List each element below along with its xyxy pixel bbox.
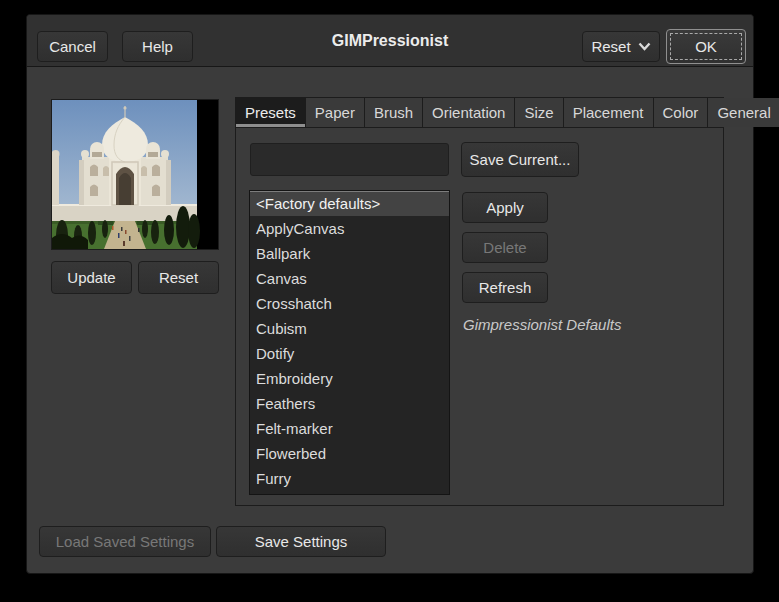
- reset-preview-button[interactable]: Reset: [138, 261, 219, 294]
- save-current-button[interactable]: Save Current...: [461, 142, 579, 177]
- tab-presets[interactable]: Presets: [236, 98, 306, 127]
- tab-brush[interactable]: Brush: [365, 98, 423, 127]
- update-preview-button[interactable]: Update: [51, 261, 132, 294]
- screen: Cancel Help GIMPressionist Reset OK: [0, 0, 779, 602]
- refresh-button[interactable]: Refresh: [462, 272, 548, 303]
- preset-name-input[interactable]: [250, 143, 449, 176]
- preset-list-item[interactable]: Ballpark: [250, 241, 449, 266]
- preset-list-item[interactable]: Flowerbed: [250, 441, 449, 466]
- header-bar: Cancel Help GIMPressionist Reset OK: [27, 15, 753, 67]
- preview-image: [52, 100, 218, 249]
- preset-list[interactable]: <Factory defaults> ApplyCanvas Ballpark …: [249, 190, 450, 495]
- preset-list-item[interactable]: Furry: [250, 466, 449, 491]
- cancel-button[interactable]: Cancel: [37, 31, 108, 62]
- tab-strip: Presets Paper Brush Orientation Size Pla…: [236, 98, 723, 128]
- tab-orientation[interactable]: Orientation: [423, 98, 515, 127]
- tab-general[interactable]: General: [708, 98, 779, 127]
- preset-list-item[interactable]: <Factory defaults>: [250, 191, 449, 216]
- tab-color[interactable]: Color: [654, 98, 709, 127]
- preset-list-item[interactable]: Dotify: [250, 341, 449, 366]
- preview-frame: [51, 99, 219, 250]
- preset-list-item[interactable]: Embroidery: [250, 366, 449, 391]
- preset-list-item[interactable]: Feathers: [250, 391, 449, 416]
- preset-list-item[interactable]: Felt-marker: [250, 416, 449, 441]
- load-saved-settings-button[interactable]: Load Saved Settings: [39, 526, 211, 557]
- chevron-down-icon: [638, 42, 651, 51]
- delete-button[interactable]: Delete: [462, 232, 548, 263]
- gimpressionist-dialog: Cancel Help GIMPressionist Reset OK: [26, 14, 754, 574]
- tab-placement[interactable]: Placement: [564, 98, 654, 127]
- help-button[interactable]: Help: [122, 31, 193, 62]
- tab-size[interactable]: Size: [515, 98, 563, 127]
- save-settings-button[interactable]: Save Settings: [216, 526, 386, 557]
- preset-description-label: Gimpressionist Defaults: [463, 316, 621, 333]
- settings-notebook: Presets Paper Brush Orientation Size Pla…: [235, 97, 724, 506]
- apply-button[interactable]: Apply: [462, 192, 548, 223]
- ok-button[interactable]: OK: [666, 29, 746, 64]
- preset-list-item[interactable]: Canvas: [250, 266, 449, 291]
- reset-dropdown-label: Reset: [591, 38, 630, 55]
- preset-list-item[interactable]: Cubism: [250, 316, 449, 341]
- preset-list-item[interactable]: ApplyCanvas: [250, 216, 449, 241]
- tab-paper[interactable]: Paper: [306, 98, 365, 127]
- preset-list-item[interactable]: Crosshatch: [250, 291, 449, 316]
- reset-dropdown-button[interactable]: Reset: [582, 31, 660, 62]
